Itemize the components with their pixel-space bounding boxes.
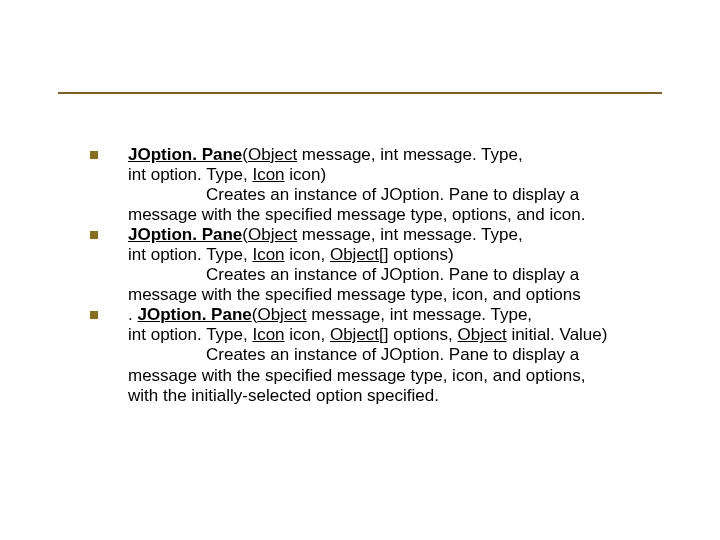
text: [] options, [379,325,457,344]
text: icon, [285,325,330,344]
signature-line: JOption. Pane(Object message, int messag… [128,145,660,165]
text: icon, [285,245,330,264]
type-link: Object [330,245,379,264]
description-line: message with the specified message type,… [128,366,660,386]
type-link: Object [248,225,297,244]
description-line: with the initially-selected option speci… [128,386,660,406]
list-item: . JOption. Pane(Object message, int mess… [90,305,660,405]
bullet-icon [90,231,98,239]
signature-line: JOption. Pane(Object message, int messag… [128,225,660,245]
description-line: Creates an instance of JOption. Pane to … [206,265,660,285]
type-link: Icon [252,165,284,184]
signature-line2: int option. Type, Icon icon, Object[] op… [128,325,660,345]
text: int option. Type, [128,245,252,264]
type-link: Object [330,325,379,344]
signature-line: . JOption. Pane(Object message, int mess… [128,305,660,325]
bullet-icon [90,151,98,159]
type-link: Object [248,145,297,164]
text: initial. Value) [507,325,608,344]
list-item: JOption. Pane(Object message, int messag… [90,225,660,305]
class-link: JOption. Pane [128,225,242,244]
description-line: Creates an instance of JOption. Pane to … [206,185,660,205]
description-line: Creates an instance of JOption. Pane to … [206,345,660,365]
horizontal-rule [58,92,662,94]
type-link: Icon [252,245,284,264]
description-line: message with the specified message type,… [128,205,660,225]
bullet-icon [90,311,98,319]
description-line: message with the specified message type,… [128,285,660,305]
type-link: Object [458,325,507,344]
type-link: Icon [252,325,284,344]
text: message, int message. Type, [297,145,523,164]
content-area: JOption. Pane(Object message, int messag… [90,145,660,406]
slide: JOption. Pane(Object message, int messag… [0,0,720,540]
text: int option. Type, [128,165,252,184]
signature-line2: int option. Type, Icon icon, Object[] op… [128,245,660,265]
signature-line2: int option. Type, Icon icon) [128,165,660,185]
text: message, int message. Type, [297,225,523,244]
text: [] options) [379,245,454,264]
list-item: JOption. Pane(Object message, int messag… [90,145,660,225]
class-link: JOption. Pane [128,145,242,164]
type-link: Object [257,305,306,324]
text: int option. Type, [128,325,252,344]
text: icon) [285,165,327,184]
text: message, int message. Type, [307,305,533,324]
class-link: JOption. Pane [137,305,251,324]
